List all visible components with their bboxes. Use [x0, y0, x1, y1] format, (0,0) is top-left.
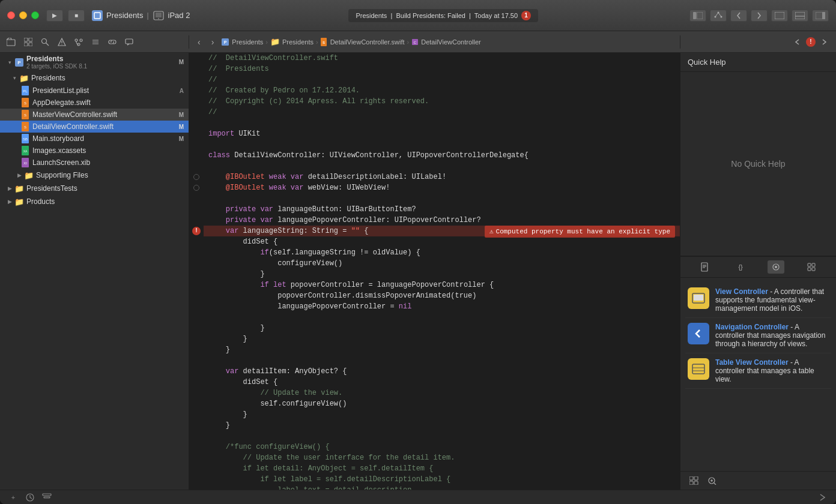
close-button[interactable]: [7, 11, 15, 19]
line-content-2: // Presidents: [204, 64, 680, 74]
panel-single-button[interactable]: [771, 10, 788, 22]
stop-button[interactable]: ■: [68, 10, 85, 22]
sidebar-item-appdelegate[interactable]: S AppDelegate.swift: [0, 97, 189, 109]
gutter-14: [189, 193, 204, 204]
line-content-40: if let label = self.detailDescriptionLab…: [204, 474, 680, 485]
navigate-back-button[interactable]: [730, 10, 747, 22]
breadcrumb-project[interactable]: P Presidents: [221, 38, 263, 46]
code-line-27: }: [189, 334, 680, 344]
code-line-21: }: [189, 269, 680, 280]
svg-text:SB: SB: [23, 137, 28, 141]
run-button[interactable]: ▶: [46, 10, 63, 22]
code-line-5: // Copyright (c) 2014 Apress. All rights…: [189, 96, 680, 107]
add-file-btn[interactable]: +: [7, 493, 19, 502]
breadcrumb-symbol[interactable]: C DetailViewController: [411, 38, 480, 46]
sidebar-item-plist[interactable]: PL PresidentList.plist A: [0, 85, 189, 97]
sidebar-item-mastervc[interactable]: S MasterViewController.swift M: [0, 109, 189, 121]
line-content-9: [204, 139, 680, 150]
gutter-8: [189, 128, 204, 139]
qh-item-navcontroller[interactable]: Navigation Controller - A controller tha…: [685, 318, 831, 353]
navigate-forward-button[interactable]: [751, 10, 768, 22]
gutter-4: [189, 85, 204, 96]
sidebar-item-xib[interactable]: XI LaunchScreen.xib: [0, 157, 189, 169]
link-btn[interactable]: [106, 35, 119, 49]
sidebar-item-storyboard[interactable]: SB Main.storyboard M: [0, 133, 189, 145]
xcassets-label: Images.xcassets: [32, 146, 189, 155]
source-control-btn[interactable]: [72, 35, 85, 49]
list-view-btn[interactable]: [89, 35, 102, 49]
qh-item-viewcontroller[interactable]: View Controller - A controller that supp…: [685, 283, 831, 318]
next-issue-btn[interactable]: [818, 35, 831, 49]
mastervc-label: MasterViewController.swift: [32, 110, 179, 119]
gutter-35: [189, 420, 204, 431]
code-content[interactable]: // DetailViewController.swift // Preside…: [189, 53, 680, 490]
code-line-9: [189, 139, 680, 150]
svg-rect-61: [808, 263, 811, 266]
gutter-5: [189, 96, 204, 107]
sidebar-group-presidents[interactable]: ▾ 📁 Presidents: [0, 71, 189, 85]
qh-file-btn[interactable]: [697, 260, 713, 274]
history-btn[interactable]: [24, 493, 36, 502]
nav-right-btn[interactable]: [817, 493, 829, 502]
svg-text:S: S: [24, 113, 26, 117]
gutter-40: [189, 474, 204, 485]
svg-text:P: P: [224, 40, 227, 44]
share-button[interactable]: [710, 10, 727, 22]
nav-forward-btn[interactable]: ›: [208, 36, 218, 48]
sidebar-group-products[interactable]: ▶ 📁 Products: [0, 195, 189, 208]
code-line-16: private var languagePopoverController: U…: [189, 215, 680, 226]
code-line-38: // Update the user interface for the det…: [189, 452, 680, 463]
gutter-36: [189, 431, 204, 442]
nav-back-btn[interactable]: ‹: [194, 36, 204, 48]
panel-bottom-button[interactable]: [792, 10, 808, 22]
svg-rect-15: [822, 12, 825, 19]
code-line-33: self.configureView(): [189, 398, 680, 409]
code-line-17: ! var languageString: String = "" { ⚠ Co…: [189, 226, 680, 236]
qh-item-tablevc[interactable]: Table View Controller - A controller tha…: [685, 353, 831, 389]
code-editor[interactable]: // DetailViewController.swift // Preside…: [189, 53, 680, 490]
gutter-34: [189, 409, 204, 420]
gutter-22: [189, 280, 204, 290]
svg-rect-12: [795, 12, 805, 19]
no-quick-help-text: No Quick Help: [731, 159, 785, 169]
qh-code-btn[interactable]: {}: [732, 260, 749, 274]
appdelegate-label: AppDelegate.swift: [32, 98, 189, 107]
qh-grid-btn[interactable]: [803, 260, 820, 274]
object-library-toolbar: {}: [680, 256, 836, 278]
search-btn[interactable]: [38, 35, 52, 49]
maximize-button[interactable]: [31, 11, 39, 19]
sidebar-project-header[interactable]: ▾ P Presidents 2 targets, iOS SDK 8.1 M: [0, 53, 189, 71]
svg-line-22: [46, 43, 49, 46]
presidents-arrow: ▾: [10, 73, 19, 83]
prev-issue-btn[interactable]: [790, 35, 804, 49]
xcassets-icon: XA: [22, 146, 30, 155]
bc-sep1: ›: [265, 38, 268, 46]
sidebar-item-xcassets[interactable]: XA Images.xcassets: [0, 145, 189, 157]
qh-circle-btn[interactable]: [768, 260, 784, 274]
warning-btn[interactable]: [55, 35, 68, 49]
sidebar-group-supporting[interactable]: ▶ 📁 Supporting Files: [0, 169, 189, 182]
filter-btn[interactable]: [41, 493, 53, 502]
scheme-separator: |: [147, 11, 148, 20]
qh-zoom-btn[interactable]: [706, 475, 719, 486]
panel-left-button[interactable]: [689, 10, 706, 22]
svg-line-77: [714, 483, 716, 485]
svg-rect-66: [694, 295, 703, 301]
gutter-29: [189, 355, 204, 366]
gutter-33: [189, 398, 204, 409]
line-content-27: }: [204, 334, 680, 344]
gutter-6: [189, 107, 204, 118]
sidebar-item-detailvc[interactable]: S DetailViewController.swift M: [0, 121, 189, 133]
panel-right-button[interactable]: [812, 10, 829, 22]
minimize-button[interactable]: [19, 11, 27, 19]
folder-structure-btn[interactable]: [5, 35, 18, 49]
sidebar-group-tests[interactable]: ▶ 📁 PresidentsTests: [0, 182, 189, 195]
line-content-18: didSet {: [204, 236, 680, 247]
qh-grid-view-btn[interactable]: [688, 475, 701, 486]
grid-view-btn[interactable]: [22, 35, 35, 49]
svg-rect-19: [24, 43, 28, 46]
breadcrumb-group[interactable]: 📁 Presidents: [270, 37, 314, 46]
breadcrumb-file[interactable]: S DetailViewController.swift: [321, 38, 405, 46]
nc-icon: [688, 323, 709, 344]
comment-btn[interactable]: [123, 35, 136, 49]
